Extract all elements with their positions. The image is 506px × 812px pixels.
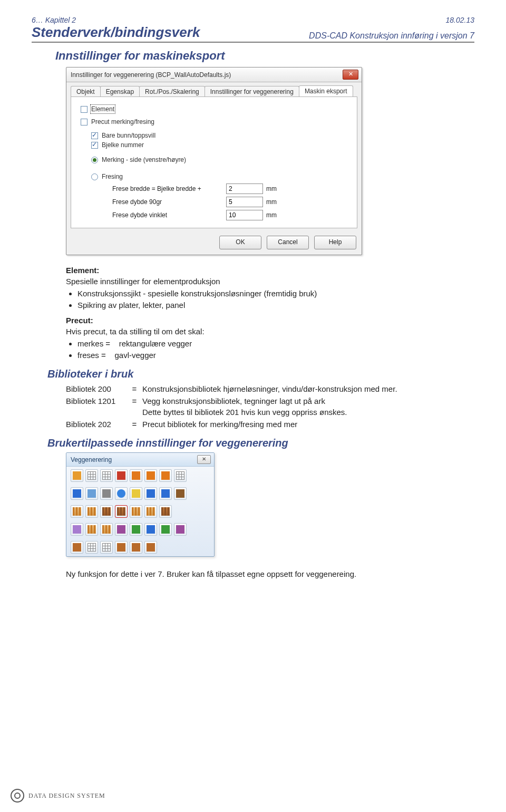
- toolbar-icon-r1c8[interactable]: [174, 469, 187, 482]
- precut-heading: Precut:: [66, 315, 474, 326]
- frese-dybde-vinklet-unit: mm: [266, 211, 282, 219]
- toolbar-icon-r1c6[interactable]: [144, 469, 157, 482]
- toolbar-icon-r5c1[interactable]: [71, 541, 83, 554]
- checkbox-element-label: Element: [91, 105, 114, 113]
- radio-fresing-label: Fresing: [102, 173, 123, 180]
- toolbar-icon-r4c6[interactable]: [144, 523, 157, 536]
- toolbar-icon-r4c2[interactable]: [85, 523, 98, 536]
- dialog-title: Innstillinger for veggenerering (BCP_Wal…: [71, 71, 231, 79]
- toolbar-icon-r2c3[interactable]: [100, 487, 113, 500]
- dialog-veggenerering-innstillinger: Innstillinger for veggenerering (BCP_Wal…: [66, 67, 362, 255]
- precut-item-2: freses = gavl-vegger: [77, 350, 474, 361]
- tab-rot-pos-skalering[interactable]: Rot./Pos./Skalering: [139, 86, 205, 97]
- section-brukertilpassede: Brukertilpassede innstillinger for vegge…: [47, 437, 474, 449]
- checkbox-precut[interactable]: [81, 119, 87, 125]
- lib-1201-desc: Vegg konstruksjonsbibliotek, tegninger l…: [142, 395, 474, 418]
- checkbox-bunn-label: Bare bunn/toppsvill: [102, 132, 155, 139]
- radio-merking-label: Merking - side (venstre/høyre): [102, 156, 186, 163]
- dialog-veggenerering-toolbar: Veggenerering ✕: [66, 452, 215, 557]
- footer-brand: DATA DESIGN SYSTEM: [28, 792, 105, 800]
- footnote-text: Ny funksjon for dette i ver 7. Bruker ka…: [66, 568, 435, 579]
- lib-200-name: Bibliotek 200: [66, 383, 126, 394]
- toolbar-icon-r1c3[interactable]: [100, 469, 113, 482]
- toolbar-icon-r2c5[interactable]: [130, 487, 142, 500]
- toolbar-icon-r2c4[interactable]: [115, 487, 128, 500]
- frese-dybde90-unit: mm: [266, 198, 282, 206]
- toolbar-icon-r4c8[interactable]: [174, 523, 187, 536]
- element-bullet-2: Spikring av plater, lekter, panel: [77, 299, 474, 311]
- help-button[interactable]: Help: [314, 236, 356, 249]
- toolbar-icon-wall-selected[interactable]: [115, 505, 128, 518]
- precut-item-1: merkes = rektangulære vegger: [77, 338, 474, 349]
- checkbox-element[interactable]: [81, 106, 87, 113]
- ok-button[interactable]: OK: [219, 236, 261, 249]
- lib-1201-name: Bibliotek 1201: [66, 395, 126, 418]
- toolbar-icon-r1c4[interactable]: [115, 469, 128, 482]
- toolbar-icon-r1c2[interactable]: [85, 469, 98, 482]
- lib-202-desc: Precut bibliotek for merking/fresing med…: [142, 419, 474, 430]
- toolbar-icon-r2c8[interactable]: [174, 487, 187, 500]
- frese-bredde-unit: mm: [266, 185, 282, 192]
- toolbar-icon-r2c7[interactable]: [159, 487, 172, 500]
- cancel-button[interactable]: Cancel: [267, 236, 309, 249]
- checkbox-precut-label: Precut merking/fresing: [91, 118, 154, 125]
- radio-merking-side[interactable]: [91, 157, 98, 163]
- tab-innstillinger-veggenerering[interactable]: Innstillinger for veggenerering: [205, 86, 299, 97]
- lib-1201-eq: =: [130, 395, 139, 418]
- toolbar-icon-wall-3[interactable]: [100, 505, 113, 518]
- page-subtitle: DDS-CAD Konstruksjon innføring i versjon…: [309, 31, 474, 41]
- toolbar-icon-r4c7[interactable]: [159, 523, 172, 536]
- dds-logo-icon: [11, 789, 24, 803]
- toolbar-icon-r5c3[interactable]: [100, 541, 113, 554]
- toolbar-icon-r1c1[interactable]: [71, 469, 83, 482]
- element-intro: Spesielle innstillinger for elementprodu…: [66, 276, 474, 287]
- veggenerering-dialog-title: Veggenerering: [71, 456, 112, 463]
- frese-dybde-vinklet-input[interactable]: [226, 210, 263, 220]
- tab-objekt[interactable]: Objekt: [71, 86, 101, 97]
- lib-202-name: Bibliotek 202: [66, 419, 126, 430]
- checkbox-bunn-toppsvill[interactable]: [91, 132, 98, 139]
- toolbar-icon-wall-2[interactable]: [85, 505, 98, 518]
- close-icon[interactable]: ✕: [197, 455, 211, 464]
- frese-dybde90-label: Frese dybde 90gr: [112, 198, 223, 206]
- toolbar-icon-r2c1[interactable]: [71, 487, 83, 500]
- element-heading: Element:: [66, 265, 474, 276]
- element-bullet-1: Konstruksjonssjikt - spesielle konstruks…: [77, 288, 474, 299]
- toolbar-icon-wall-5[interactable]: [130, 505, 142, 518]
- radio-fresing[interactable]: [91, 173, 98, 180]
- toolbar-icon-r1c7[interactable]: [159, 469, 172, 482]
- frese-dybde-vinklet-label: Frese dybde vinklet: [112, 211, 223, 219]
- lib-200-desc: Konstruksjonsbibliotek hjørneløsninger, …: [142, 383, 474, 394]
- checkbox-bjelke-label: Bjelke nummer: [102, 141, 144, 149]
- frese-dybde90-input[interactable]: [226, 197, 263, 207]
- frese-bredde-input[interactable]: [226, 183, 263, 194]
- close-icon[interactable]: ✕: [343, 70, 358, 80]
- section-biblioteker: Biblioteker i bruk: [47, 368, 474, 380]
- toolbar-icon-wall-7[interactable]: [159, 505, 172, 518]
- lib-200-eq: =: [130, 383, 139, 394]
- toolbar-icon-r4c3[interactable]: [100, 523, 113, 536]
- section-maskineksport: Innstillinger for maskineksport: [55, 49, 474, 63]
- toolbar-icon-r4c1[interactable]: [71, 523, 83, 536]
- toolbar-icon-r5c4[interactable]: [115, 541, 128, 554]
- frese-bredde-label: Frese bredde = Bjelke bredde +: [112, 185, 223, 192]
- tab-egenskap[interactable]: Egenskap: [100, 86, 140, 97]
- tab-maskin-eksport[interactable]: Maskin eksport: [299, 85, 353, 96]
- date-label: 18.02.13: [446, 16, 475, 24]
- toolbar-icon-wall-1[interactable]: [71, 505, 83, 518]
- toolbar-icon-r2c2[interactable]: [85, 487, 98, 500]
- toolbar-icon-r5c5[interactable]: [130, 541, 142, 554]
- toolbar-icon-r2c6[interactable]: [144, 487, 157, 500]
- lib-202-eq: =: [130, 419, 139, 430]
- toolbar-icon-r4c4[interactable]: [115, 523, 128, 536]
- page-title: Stenderverk/bindingsverk: [32, 24, 200, 41]
- toolbar-icon-wall-6[interactable]: [144, 505, 157, 518]
- toolbar-icon-r4c5[interactable]: [130, 523, 142, 536]
- toolbar-icon-r1c5[interactable]: [130, 469, 142, 482]
- chapter-label: 6… Kapittel 2: [32, 16, 76, 24]
- toolbar-icon-r5c6[interactable]: [144, 541, 157, 554]
- toolbar-icon-r5c2[interactable]: [85, 541, 98, 554]
- precut-intro: Hvis precut, ta da stilling til om det s…: [66, 326, 474, 337]
- checkbox-bjelke-nummer[interactable]: [91, 142, 98, 149]
